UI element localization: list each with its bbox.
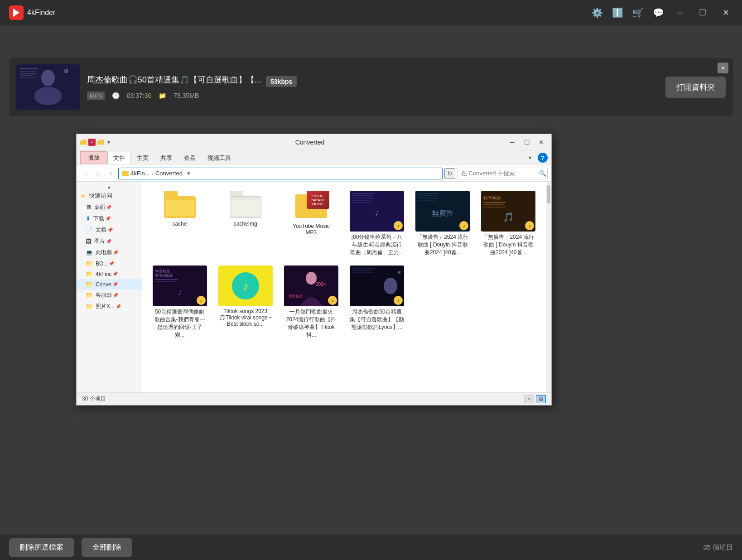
search-box[interactable]: 🔍 [457,168,548,179]
thumb-item-1[interactable]: ♪ ♪ [80分鐘串燒系列－八年級生40首經典流行歌曲（周杰倫、王力... [345,187,409,260]
minimize-button[interactable]: ─ [673,6,686,19]
address-path[interactable]: 4kFin... › Converted ▾ [118,168,443,179]
ribbon-tab-view[interactable]: 查看 [178,152,202,164]
search-icon: 🔍 [539,170,546,177]
open-folder-button[interactable]: 打開資料夾 [665,77,726,98]
sidebar-item-conve[interactable]: 📁 Conve 📌 [77,279,142,290]
sidebar-item-bo[interactable]: 📁 BO... 📌 [77,258,142,269]
explorer-minimize-button[interactable]: ─ [506,137,519,147]
music-badge-1: ♪ [394,221,403,230]
download-icon: ⬇ [86,215,91,222]
thumb-item-girl[interactable]: 2024 抖音热歌 ♪ 一月熱門歌曲最火2024流行行歌曲【抖音破億神曲】Tik… [279,262,343,343]
folder-icon-cache [164,191,196,218]
nav-forward-button[interactable]: ▷ [93,168,104,179]
sidebar-label-custservice: 客服邮 [96,291,112,299]
svg-rect-27 [418,193,440,194]
svg-rect-24 [352,202,372,203]
thumb-item-yellow[interactable]: ♪ Tiktok songs 2023 🎵Tiktok viral songs … [213,262,277,343]
grid-view-button[interactable]: ⊞ [536,395,546,403]
search-input[interactable] [461,170,537,177]
close-item-button[interactable]: × [718,63,728,73]
close-button[interactable]: ✕ [719,6,733,19]
sidebar-label-photos: 照片X... [96,303,115,310]
explorer-title: Converted [114,139,506,146]
svg-rect-42 [155,281,175,282]
settings-icon[interactable]: ⚙️ [592,7,603,18]
thumb-item-2[interactable]: 無廣告 ♪ 「無廣告」2024 流行歌曲 [ Douyin 抖音歌曲2024 ]… [411,187,475,260]
ribbon-tab-play[interactable]: 播放 [80,151,107,164]
svg-rect-35 [483,204,504,205]
svg-text:2024: 2024 [316,282,326,287]
thumb-image-jaychou: 俊 ♪ [350,266,404,306]
bitrate-badge: 53kbps [266,76,297,87]
maximize-button[interactable]: ☐ [695,6,710,19]
path-refresh-button[interactable]: ↻ [444,168,455,179]
svg-rect-20 [352,193,375,194]
sidebar-label-4kfinc: 4kFinc [96,271,111,277]
download-item-1: 俊 周杰倫歌曲🎧50首精選集🎵【可自選歌曲】【... 53kbps MP3 🕒 … [9,58,733,116]
sidebar-item-thispc[interactable]: 💻 此电脑 📌 [77,247,142,258]
sidebar-label-conve: Conve [96,281,111,288]
svg-rect-41 [155,279,178,280]
svg-rect-8 [20,77,36,78]
nav-back-button[interactable]: ◁ [80,168,91,179]
sidebar-item-pictures[interactable]: 🖼 图片 📌 [77,236,142,247]
check-icon: ✓ [88,139,96,146]
list-view-button[interactable]: ≡ [524,395,534,403]
meta-icon-clock: 🕒 [112,92,120,99]
music-badge-jaychou: ♪ [394,296,403,305]
explorer-maximize-button[interactable]: ☐ [520,137,533,147]
path-prefix: 4kFin... [130,170,150,177]
svg-rect-29 [418,198,439,198]
svg-rect-30 [418,200,436,201]
filesize: 78.35MB [173,92,199,99]
sidebar-label-bo: BO... [96,261,108,267]
titlebar: 4kFinder ⚙️ ℹ️ 🛒 💬 ─ ☐ ✕ [0,0,742,25]
sidebar-quick-access[interactable]: ★ 快速访问 [77,190,142,202]
cart-icon[interactable]: 🛒 [632,7,644,18]
folder-item-cache[interactable]: cache [148,187,212,260]
ribbon-help-button[interactable]: ? [538,153,548,163]
sidebar-item-desktop[interactable]: 🖥 桌面 📌 [77,202,142,213]
nav-up-button[interactable]: ↑ [106,168,116,179]
download-meta: MP3 🕒 03:37:36 📁 78.35MB [87,92,658,100]
music-badge-drama: ♪ [197,296,206,305]
sidebar-item-4kfinc[interactable]: 📁 4kFinc 📌 [77,269,142,279]
delete-all-button[interactable]: 全部刪除 [82,538,132,557]
ribbon-tab-home[interactable]: 主页 [131,152,154,164]
svg-rect-5 [20,71,36,72]
thumb-name-yellow: Tiktok songs 2023 🎵Tiktok viral songs ~ … [218,308,273,327]
thumb-image-girl: 2024 抖音热歌 ♪ [284,266,338,306]
thumb-item-tiktok[interactable]: 抖音热歌 🎵 ♪ 「無廣告」2024 流行歌曲 [ Douyin 抖音歌曲202… [477,187,540,260]
thumb-item-drama[interactable]: 50首精選 臺灣偶像劇 ♪ ♪ 50首精選臺灣偶像劇歌曲合集-我們青春一起追過的… [148,262,212,343]
ribbon-tab-share[interactable]: 共享 [154,152,178,164]
sidebar-item-downloads[interactable]: ⬇ 下载 📌 [77,213,142,224]
ribbon-tab-video[interactable]: 视频工具 [202,152,237,164]
folder-item-cacheimg[interactable]: cacheImg [213,187,277,260]
sidebar-item-documents[interactable]: 📄 文档 📌 [77,224,142,236]
format-badge: MP3 [87,92,105,100]
delete-selected-button[interactable]: 刪除所選檔案 [9,538,74,557]
svg-rect-53 [352,270,372,271]
scroll-up-arrow[interactable]: ▲ [77,183,142,190]
quick-access-label: 快速访问 [89,192,112,200]
sidebar-item-photos[interactable]: 📁 照片X... 📌 [77,301,142,312]
ribbon-expand-button[interactable]: ▾ [525,153,535,163]
content-scrollbar[interactable] [546,182,551,392]
folder-item-youtube-music[interactable]: PRIDEPARADEMUSIC YouTube MusicMP3 [279,187,343,260]
thumb-name-2: 「無廣告」2024 流行歌曲 [ Douyin 抖音歌曲2024 ]40首... [415,233,470,256]
thispc-icon: 💻 [86,249,93,256]
explorer-sidebar: ▲ ★ 快速访问 🖥 桌面 📌 ⬇ 下载 📌 📄 文档 📌 🖼 [77,182,142,392]
item-count: 30 个项目 [82,395,106,403]
explorer-statusbar: 30 个项目 ≡ ⊞ [77,392,551,405]
svg-text:🎵: 🎵 [503,212,514,222]
path-dropdown[interactable]: ▾ [184,170,193,177]
sidebar-item-custservice[interactable]: 📁 客服邮 📌 [77,290,142,301]
info-icon[interactable]: ℹ️ [612,7,623,18]
chat-icon[interactable]: 💬 [653,7,664,18]
thumb-item-jaychou[interactable]: 俊 ♪ 周杰倫歌曲50首精選集【可自選歌曲】【動態滾動歌詞Lyrics】... [345,262,409,343]
explorer-close-button[interactable]: ✕ [535,137,548,147]
path-folder: Converted [155,170,183,177]
ribbon-tab-file[interactable]: 文件 [107,152,131,164]
folder-4kfinc-icon: 📁 [86,270,93,277]
